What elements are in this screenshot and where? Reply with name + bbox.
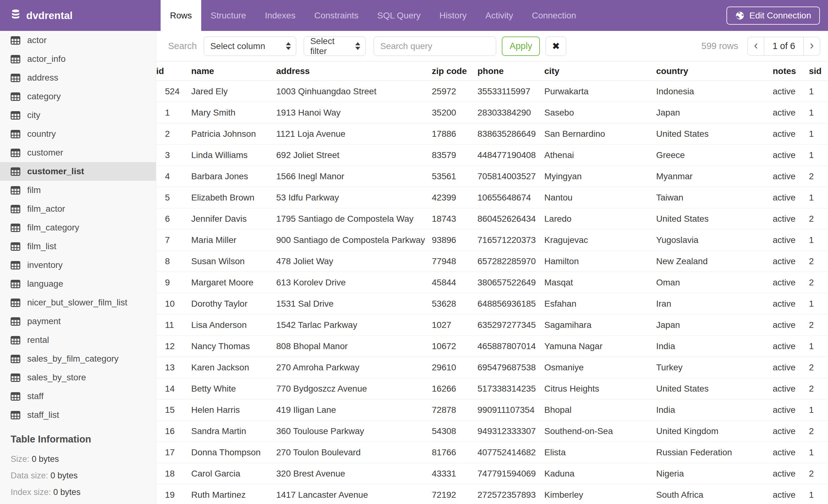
clear-search-button[interactable]: ✖ [545, 37, 566, 56]
tab[interactable]: Indexes [256, 0, 305, 31]
cell-name: Maria Miller [191, 230, 276, 251]
sidebar-table-item[interactable]: actor_info [0, 50, 156, 68]
table-row[interactable]: 13 Karen Jackson 270 Amroha Parkway 2961… [156, 357, 828, 378]
column-select[interactable]: Select column [204, 37, 296, 56]
search-toolbar: Search Select column Select filter Apply… [156, 31, 828, 61]
cell-zip-code: 72192 [432, 484, 478, 504]
database-title: dvdrental [26, 10, 73, 21]
table-list: actor actor_info [0, 31, 156, 424]
sidebar-table-item[interactable]: film_list [0, 237, 156, 256]
sidebar-table-item[interactable]: payment [0, 312, 156, 331]
cell-sid: 2 [809, 166, 828, 187]
toolbar-right: 599 rows ‹ 1 of 6 › [701, 37, 828, 56]
table-icon [11, 299, 20, 307]
cell-city: Yamuna Nagar [544, 336, 656, 357]
table-row[interactable]: 19 Ruth Martinez 1417 Lancaster Avenue 7… [156, 484, 828, 504]
search-query-input[interactable] [374, 37, 496, 56]
cell-id: 19 [156, 484, 191, 504]
sidebar-table-item[interactable]: actor [0, 31, 156, 50]
table-row[interactable]: 16 Sandra Martin 360 Toulouse Parkway 54… [156, 421, 828, 442]
table-name-label: film_actor [27, 204, 65, 214]
table-row[interactable]: 15 Helen Harris 419 Iligan Lane 72878 99… [156, 399, 828, 421]
sidebar-table-item[interactable]: country [0, 125, 156, 143]
edit-connection-button[interactable]: Edit Connection [727, 7, 820, 25]
tab[interactable]: Activity [476, 0, 523, 31]
tab-label: Connection [532, 11, 576, 20]
table-name-label: rental [27, 335, 49, 345]
cell-city: Southend-on-Sea [544, 421, 656, 442]
sidebar-table-item[interactable]: customer_list [0, 162, 156, 181]
tab[interactable]: History [430, 0, 476, 31]
next-page-button[interactable]: › [803, 37, 820, 55]
cell-phone: 695479687538 [478, 357, 544, 378]
cell-city: Masqat [544, 272, 656, 293]
cell-sid: 2 [809, 421, 828, 442]
table-row[interactable]: 10 Dorothy Taylor 1531 Sal Drive 53628 6… [156, 293, 828, 314]
filter-select[interactable]: Select filter [304, 37, 366, 56]
column-header: city [544, 61, 656, 81]
tab[interactable]: Rows [161, 0, 201, 31]
sidebar-table-item[interactable]: language [0, 274, 156, 293]
cell-phone: 517338314235 [478, 378, 544, 399]
top-bar: dvdrental Rows Structure Indexes Constra… [0, 0, 828, 31]
cell-city: Sasebo [544, 102, 656, 123]
prev-page-button[interactable]: ‹ [748, 37, 764, 55]
table-row[interactable]: 2 Patricia Johnson 1121 Loja Avenue 1788… [156, 123, 828, 145]
cell-country: United States [656, 208, 773, 230]
sidebar-table-item[interactable]: sales_by_store [0, 368, 156, 387]
table-name-label: staff [27, 391, 43, 401]
sidebar-table-item[interactable]: category [0, 87, 156, 106]
sidebar-table-item[interactable]: film [0, 181, 156, 199]
sidebar-table-item[interactable]: nicer_but_slower_film_list [0, 293, 156, 312]
sidebar-table-item[interactable]: film_actor [0, 199, 156, 218]
table-row[interactable]: 9 Margaret Moore 613 Korolev Drive 45844… [156, 272, 828, 293]
table-name-label: address [27, 73, 58, 83]
sidebar-table-item[interactable]: city [0, 106, 156, 125]
tab[interactable]: Structure [201, 0, 256, 31]
tab[interactable]: Connection [523, 0, 585, 31]
cell-city: Bhopal [544, 399, 656, 421]
cell-id: 2 [156, 123, 191, 145]
sidebar-table-item[interactable]: sales_by_film_category [0, 350, 156, 368]
sidebar-table-item[interactable]: film_category [0, 218, 156, 237]
cell-sid: 1 [809, 399, 828, 421]
cell-country: Greece [656, 145, 773, 166]
table-row[interactable]: 3 Linda Williams 692 Joliet Street 83579… [156, 145, 828, 166]
sidebar-table-item[interactable]: customer [0, 143, 156, 162]
stat-label: Size: [11, 454, 32, 464]
cell-country: Russian Federation [656, 442, 773, 463]
cell-phone: 380657522649 [478, 272, 544, 293]
cell-country: United States [656, 378, 773, 399]
table-row[interactable]: 12 Nancy Thomas 808 Bhopal Manor 10672 4… [156, 336, 828, 357]
table-row[interactable]: 6 Jennifer Davis 1795 Santiago de Compos… [156, 208, 828, 230]
table-row[interactable]: 17 Donna Thompson 270 Toulon Boulevard 8… [156, 442, 828, 463]
cell-name: Elizabeth Brown [191, 187, 276, 208]
sidebar-table-item[interactable]: address [0, 68, 156, 87]
sidebar-table-item[interactable]: staff [0, 387, 156, 406]
cell-phone: 648856936185 [478, 293, 544, 314]
table-row[interactable]: 11 Lisa Anderson 1542 Tarlac Parkway 102… [156, 314, 828, 336]
table-row[interactable]: 524 Jared Ely 1003 Qinhuangdao Street 25… [156, 81, 828, 102]
table-row[interactable]: 8 Susan Wilson 478 Joliet Way 77948 6572… [156, 251, 828, 272]
table-row[interactable]: 14 Betty White 770 Bydgoszcz Avenue 1626… [156, 378, 828, 399]
cell-name: Patricia Johnson [191, 123, 276, 145]
cell-name: Nancy Thomas [191, 336, 276, 357]
table-row[interactable]: 18 Carol Garcia 320 Brest Avenue 43331 7… [156, 463, 828, 484]
table-row[interactable]: 1 Mary Smith 1913 Hanoi Way 35200 283033… [156, 102, 828, 123]
tab[interactable]: Constraints [305, 0, 368, 31]
search-label: Search [168, 41, 197, 51]
sidebar-table-item[interactable]: staff_list [0, 406, 156, 424]
sidebar-table-item[interactable]: inventory [0, 256, 156, 274]
cell-city: Laredo [544, 208, 656, 230]
tab[interactable]: SQL Query [368, 0, 430, 31]
cell-name: Susan Wilson [191, 251, 276, 272]
table-row[interactable]: 7 Maria Miller 900 Santiago de Compostel… [156, 230, 828, 251]
table-icon [11, 149, 20, 157]
cell-notes: active [773, 81, 809, 102]
sidebar-table-item[interactable]: rental [0, 331, 156, 350]
cell-address: 613 Korolev Drive [276, 272, 432, 293]
apply-button[interactable]: Apply [502, 37, 540, 56]
table-row[interactable]: 5 Elizabeth Brown 53 Idfu Parkway 42399 … [156, 187, 828, 208]
table-row[interactable]: 4 Barbara Jones 1566 Inegl Manor 53561 7… [156, 166, 828, 187]
cell-sid: 1 [809, 187, 828, 208]
